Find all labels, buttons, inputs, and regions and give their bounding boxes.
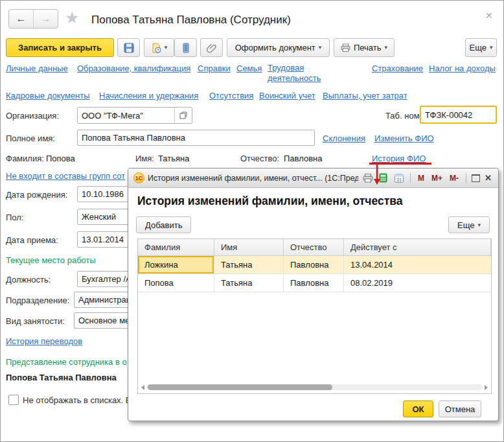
- nav-link-work-activity[interactable]: Трудовая деятельность: [268, 63, 329, 84]
- printer-icon: [341, 43, 350, 52]
- nav-link-family[interactable]: Семья: [236, 64, 262, 73]
- declensions-link[interactable]: Склонения: [323, 134, 365, 143]
- history-nav-group: ← →: [8, 9, 58, 29]
- cancel-button[interactable]: Отмена: [439, 401, 481, 417]
- employee-presentation-value: Попова Татьяна Павловна: [6, 373, 117, 382]
- dropdown-icon: ▾: [384, 45, 387, 51]
- nav-link-military[interactable]: Воинский учет: [259, 91, 315, 100]
- register-list-icon: [181, 43, 191, 53]
- save-and-close-button[interactable]: Записать и закрыть: [6, 38, 114, 57]
- scrollbar-thumb[interactable]: [148, 384, 332, 390]
- open-icon: [179, 111, 187, 119]
- nav-link-accruals[interactable]: Начисления и удержания: [99, 91, 198, 100]
- department-label: Подразделение:: [6, 296, 69, 305]
- full-name-input[interactable]: [77, 130, 315, 146]
- organization-field[interactable]: [77, 107, 192, 124]
- cell-name[interactable]: Татьяна: [214, 274, 284, 292]
- back-button[interactable]: ←: [9, 10, 34, 28]
- current-job-section-title: Текущее место работы: [6, 255, 96, 265]
- hide-in-lists-checkbox[interactable]: [8, 395, 19, 405]
- groups-membership-link[interactable]: Не входит в составы групп сот: [6, 171, 125, 181]
- window-close-icon[interactable]: ✕: [485, 10, 493, 21]
- nav-link-personal-data[interactable]: Личные данные: [6, 64, 68, 73]
- dialog-more-button[interactable]: Еще ▾: [448, 216, 490, 233]
- ok-button[interactable]: ОК: [403, 401, 433, 417]
- position-label: Должность:: [6, 275, 51, 285]
- floppy-icon: [124, 43, 134, 53]
- nav-link-certificates[interactable]: Справки: [198, 64, 231, 73]
- save-button[interactable]: [117, 38, 140, 57]
- titlebar-divider: [466, 173, 466, 183]
- change-fio-link[interactable]: Изменить ФИО: [374, 134, 434, 143]
- dialog-heading: История изменений фамилии, имени, отчест…: [137, 194, 402, 208]
- table-row[interactable]: Ложкина Татьяна Павловна 13.04.2014: [138, 256, 491, 274]
- cell-surname[interactable]: Ложкина: [138, 256, 214, 273]
- horizontal-scrollbar[interactable]: [141, 384, 488, 391]
- name-value: Татьяна: [158, 154, 189, 163]
- dropdown-icon: ▾: [477, 222, 481, 228]
- memory-m-minus-button[interactable]: М-: [448, 174, 461, 183]
- calendar-icon: 31: [394, 173, 404, 183]
- cell-patronymic[interactable]: Павловна: [284, 256, 344, 273]
- nav-link-payments[interactable]: Выплаты, учет затрат: [323, 91, 407, 100]
- nav-link-insurance[interactable]: Страхование: [372, 64, 423, 73]
- create-on-basis-button[interactable]: ▾: [144, 38, 174, 57]
- create-document-button[interactable]: Оформить документ ▾: [227, 38, 330, 57]
- nav-link-hr-documents[interactable]: Кадровые документы: [6, 91, 90, 100]
- cell-valid-from[interactable]: 08.02.2019: [344, 274, 491, 292]
- add-button[interactable]: Добавить: [136, 216, 191, 233]
- dropdown-icon: ▾: [490, 45, 493, 51]
- memory-m-plus-button[interactable]: М+: [430, 174, 444, 183]
- employment-type-label: Вид занятости:: [6, 316, 65, 326]
- patronymic-value: Павловна: [284, 154, 322, 163]
- document-clock-icon: [151, 43, 161, 53]
- presentation-section-title: Представление сотрудника в о: [6, 357, 127, 367]
- column-header-surname[interactable]: Фамилия: [138, 239, 214, 255]
- nav-link-education[interactable]: Образование, квалификация: [77, 64, 190, 73]
- patronymic-label: Отчество:: [240, 154, 279, 163]
- fio-history-dialog: 1С История изменений фамилии, имени, отч…: [128, 168, 499, 421]
- scroll-left-icon[interactable]: [141, 385, 144, 390]
- cell-valid-from[interactable]: 13.04.2014: [344, 256, 491, 273]
- memory-m-button[interactable]: М: [416, 174, 426, 183]
- titlebar-divider: [410, 173, 411, 183]
- dialog-close-icon[interactable]: ✕: [483, 173, 493, 183]
- dialog-title: История изменений фамилии, имени, отчест…: [148, 174, 358, 183]
- organization-input[interactable]: [78, 108, 174, 123]
- registers-button[interactable]: [174, 38, 197, 57]
- scrollbar-track[interactable]: [146, 384, 483, 390]
- column-header-name[interactable]: Имя: [214, 239, 284, 255]
- full-name-label: Полное имя:: [6, 134, 55, 143]
- dialog-print-button[interactable]: [361, 172, 374, 184]
- tab-number-input[interactable]: [420, 106, 497, 124]
- nav-link-income-tax[interactable]: Налог на доходы: [429, 64, 496, 73]
- cell-patronymic[interactable]: Павловна: [284, 274, 344, 292]
- attachments-button[interactable]: [200, 38, 223, 57]
- forward-icon: →: [41, 13, 51, 25]
- dialog-titlebar[interactable]: 1С История изменений фамилии, имени, отч…: [128, 169, 498, 188]
- organization-label: Организация:: [6, 111, 59, 121]
- scroll-right-icon[interactable]: [485, 385, 488, 390]
- dropdown-icon: ▾: [165, 45, 168, 51]
- cell-surname[interactable]: Попова: [138, 274, 214, 292]
- page-title: Попова Татьяна Павловна (Сотрудник): [91, 14, 291, 27]
- nav-link-absences[interactable]: Отсутствия: [209, 91, 253, 100]
- fio-history-link[interactable]: История ФИО: [372, 154, 426, 163]
- hide-in-lists-label: Не отображать в списках. В: [23, 395, 132, 405]
- dialog-maximize-icon[interactable]: [472, 174, 480, 182]
- birth-date-label: Дата рождения:: [6, 190, 67, 200]
- column-header-valid-from[interactable]: Действует с: [344, 239, 491, 255]
- paperclip-icon: [207, 43, 217, 53]
- transfer-history-link[interactable]: История переводов: [6, 336, 82, 346]
- table-row[interactable]: Попова Татьяна Павловна 08.02.2019: [138, 274, 491, 292]
- gender-label: Пол:: [6, 213, 24, 222]
- more-button[interactable]: Еще ▾: [465, 38, 497, 57]
- back-icon: ←: [16, 13, 27, 25]
- column-header-patronymic[interactable]: Отчество: [284, 239, 344, 255]
- cell-name[interactable]: Татьяна: [214, 256, 284, 273]
- print-button[interactable]: Печать ▾: [334, 38, 395, 57]
- dialog-calendar-button[interactable]: 31: [393, 172, 405, 184]
- forward-button[interactable]: →: [34, 10, 58, 28]
- open-organization-button[interactable]: [174, 108, 192, 123]
- favorite-star-icon[interactable]: ★: [65, 8, 79, 27]
